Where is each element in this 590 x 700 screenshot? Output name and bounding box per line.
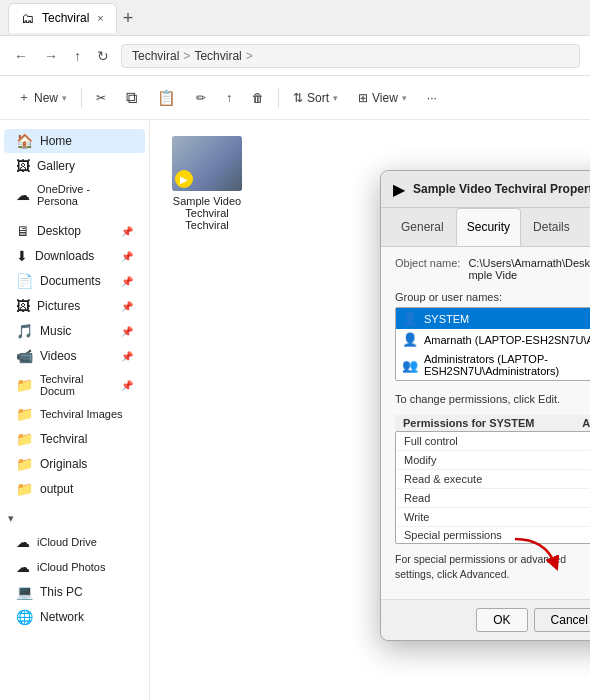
sidebar-label-this-pc: This PC xyxy=(40,585,83,599)
sidebar-label-icloud-photos: iCloud Photos xyxy=(37,561,106,573)
perm-name: Read & execute xyxy=(404,473,571,485)
new-tab-button[interactable]: + xyxy=(123,9,134,27)
back-button[interactable]: ← xyxy=(10,44,32,68)
refresh-button[interactable]: ↻ xyxy=(93,44,113,68)
properties-dialog: ▶ Sample Video Techviral Properties × Ge… xyxy=(380,170,590,641)
icloud-drive-icon: ☁ xyxy=(16,534,30,550)
cut-icon: ✂ xyxy=(96,91,106,105)
cancel-button[interactable]: Cancel xyxy=(534,608,590,632)
perms-title: Permissions for SYSTEM xyxy=(403,417,572,429)
path-separator: > xyxy=(183,49,190,63)
sidebar-item-icloud-drive[interactable]: ☁ iCloud Drive xyxy=(4,530,145,554)
icloud-photos-icon: ☁ xyxy=(16,559,30,575)
user-item-system[interactable]: 👤 SYSTEM xyxy=(396,308,590,329)
perm-name: Read xyxy=(404,492,571,504)
sidebar-item-downloads[interactable]: ⬇ Downloads 📌 xyxy=(4,244,145,268)
perm-allow: ✓ xyxy=(571,472,590,486)
sidebar-label-pictures: Pictures xyxy=(37,299,80,313)
tab-title: Techviral xyxy=(42,11,89,25)
dialog-body: Object name: C:\Users\Amarnath\Desktop\T… xyxy=(381,247,590,599)
desktop-icon: 🖥 xyxy=(16,223,30,239)
folder-icon-2: 📁 xyxy=(16,406,33,422)
sidebar-item-icloud-photos[interactable]: ☁ iCloud Photos xyxy=(4,555,145,579)
sidebar-item-techviral[interactable]: 📁 Techviral xyxy=(4,427,145,451)
file-area: ▶ Sample Video TechviralTechviral ▶ Samp… xyxy=(150,120,590,700)
perm-row-read-execute: Read & execute ✓ xyxy=(396,470,590,489)
documents-pin: 📌 xyxy=(121,276,133,287)
sidebar-label-techviral-images: Techviral Images xyxy=(40,408,123,420)
sidebar-item-onedrive[interactable]: ☁ OneDrive - Persona xyxy=(4,179,145,211)
user-item-amarnath[interactable]: 👤 Amarnath (LAPTOP-ESH2SN7U\Amarnath) xyxy=(396,329,590,350)
more-button[interactable]: ··· xyxy=(419,86,445,110)
user-item-admins[interactable]: 👥 Administrators (LAPTOP-ESH2SN7U\Admini… xyxy=(396,350,590,380)
user-list: 👤 SYSTEM 👤 Amarnath (LAPTOP-ESH2SN7U\Ama… xyxy=(395,307,590,381)
browser-tab[interactable]: 🗂 Techviral × xyxy=(8,3,117,33)
sidebar-item-music[interactable]: 🎵 Music 📌 xyxy=(4,319,145,343)
copy-button[interactable]: ⧉ xyxy=(118,84,145,112)
sidebar-item-home[interactable]: 🏠 Home xyxy=(4,129,145,153)
delete-icon: 🗑 xyxy=(252,91,264,105)
perms-table: Full control ✓ Modify ✓ Read & execute ✓ xyxy=(395,431,590,544)
sidebar-label-output: output xyxy=(40,482,73,496)
sort-button[interactable]: ⇅ Sort ▾ xyxy=(285,86,346,110)
sidebar-item-documents[interactable]: 📄 Documents 📌 xyxy=(4,269,145,293)
more-icon: ··· xyxy=(427,91,437,105)
file-name: Sample Video TechviralTechviral xyxy=(166,195,248,231)
tab-details[interactable]: Details xyxy=(523,208,580,246)
sidebar-label-icloud-drive: iCloud Drive xyxy=(37,536,97,548)
onedrive-icon: ☁ xyxy=(16,187,30,203)
sidebar-label-home: Home xyxy=(40,134,72,148)
videos-pin: 📌 xyxy=(121,351,133,362)
perm-name: Special permissions xyxy=(404,529,571,541)
videos-icon: 📹 xyxy=(16,348,33,364)
paste-button[interactable]: 📋 xyxy=(149,84,184,112)
tab-general[interactable]: General xyxy=(391,208,454,246)
rename-button[interactable]: ✏ xyxy=(188,86,214,110)
sidebar-item-originals[interactable]: 📁 Originals xyxy=(4,452,145,476)
address-path[interactable]: Techviral > Techviral > xyxy=(121,44,580,68)
documents-icon: 📄 xyxy=(16,273,33,289)
desktop-pin: 📌 xyxy=(121,226,133,237)
music-pin: 📌 xyxy=(121,326,133,337)
perm-allow: ✓ xyxy=(571,434,590,448)
sort-label: Sort xyxy=(307,91,329,105)
folder-icon-1: 📁 xyxy=(16,377,33,393)
share-button[interactable]: ↑ xyxy=(218,86,240,110)
perm-row-write: Write ✓ xyxy=(396,508,590,527)
sidebar-item-output[interactable]: 📁 output xyxy=(4,477,145,501)
new-icon: ＋ xyxy=(18,89,30,106)
sidebar-item-pictures[interactable]: 🖼 Pictures 📌 xyxy=(4,294,145,318)
tab-close-button[interactable]: × xyxy=(97,12,103,24)
sidebar-label-techviral: Techviral xyxy=(40,432,87,446)
cut-button[interactable]: ✂ xyxy=(88,86,114,110)
sidebar-item-desktop[interactable]: 🖥 Desktop 📌 xyxy=(4,219,145,243)
user-icon-amarnath: 👤 xyxy=(402,332,418,347)
sidebar-item-techviral-docum[interactable]: 📁 Techviral Docum 📌 xyxy=(4,369,145,401)
ok-button[interactable]: OK xyxy=(476,608,527,632)
object-name-row: Object name: C:\Users\Amarnath\Desktop\T… xyxy=(395,257,590,281)
new-button[interactable]: ＋ New ▾ xyxy=(10,84,75,111)
view-button[interactable]: ⊞ View ▾ xyxy=(350,86,415,110)
toolbar-separator xyxy=(81,88,82,108)
sidebar-item-gallery[interactable]: 🖼 Gallery xyxy=(4,154,145,178)
perm-row-modify: Modify ✓ xyxy=(396,451,590,470)
sidebar-item-videos[interactable]: 📹 Videos 📌 xyxy=(4,344,145,368)
perm-row-read: Read ✓ xyxy=(396,489,590,508)
icloud-section[interactable]: ▾ xyxy=(0,508,149,529)
downloads-pin: 📌 xyxy=(121,251,133,262)
sidebar-item-techviral-images[interactable]: 📁 Techviral Images xyxy=(4,402,145,426)
forward-button[interactable]: → xyxy=(40,44,62,68)
network-icon: 🌐 xyxy=(16,609,33,625)
sidebar-item-network[interactable]: 🌐 Network xyxy=(4,605,145,629)
sidebar-item-this-pc[interactable]: 💻 This PC xyxy=(4,580,145,604)
tab-previous-versions[interactable]: Previous Versions xyxy=(582,208,590,246)
file-thumbnail[interactable]: ▶ Sample Video TechviralTechviral xyxy=(162,132,252,235)
sidebar-label-techviral-docum: Techviral Docum xyxy=(40,373,114,397)
tab-security[interactable]: Security xyxy=(456,208,521,246)
perm-allow: ✓ xyxy=(571,453,590,467)
delete-button[interactable]: 🗑 xyxy=(244,86,272,110)
up-button[interactable]: ↑ xyxy=(70,44,85,68)
change-perms-row: To change permissions, click Edit. Edit.… xyxy=(395,389,590,409)
toolbar-separator2 xyxy=(278,88,279,108)
sidebar-label-originals: Originals xyxy=(40,457,87,471)
